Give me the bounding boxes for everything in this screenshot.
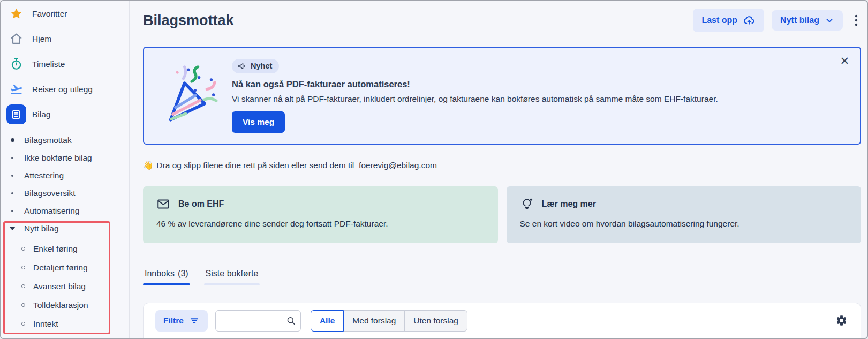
home-icon [5,32,27,46]
app-window: Favoritter Hjem Timeliste Reiser og utle… [0,0,868,339]
sidebar-item-label: Attestering [24,171,64,180]
circle-bullet-icon [21,247,25,251]
sidebar-item-favoritter[interactable]: Favoritter [1,1,129,26]
upload-button-label: Last opp [701,16,737,25]
filter-icon [189,315,200,326]
page-header: Bilagsmottak Last opp Nytt bilag [143,10,861,31]
tab-innboks[interactable]: Innboks(3) [143,269,190,285]
tab-label: Innboks [145,269,175,278]
settings-button[interactable] [834,310,849,331]
sidebar-item-nytt-bilag[interactable]: Nytt bilag [1,220,129,237]
active-tab-indicator [143,283,190,285]
gear-icon [835,314,848,327]
airplane-icon [5,82,27,96]
bullet-icon [10,138,15,142]
megaphone-icon [237,62,246,71]
sidebar-item-detaljert-foring[interactable]: Detaljert føring [1,258,129,277]
bullet-icon [10,192,15,194]
sidebar-item-inntekt[interactable]: Inntekt [1,314,129,333]
news-badge: Nyhet [232,59,279,73]
sidebar-item-ikke-bokforte-bilag[interactable]: Ikke bokførte bilag [1,149,129,167]
sidebar-item-label: Ikke bokførte bilag [24,153,92,163]
lightbulb-icon [520,197,534,211]
caret-down-icon [10,227,15,230]
circle-bullet-icon [21,266,25,269]
sidebar-item-bilagsoversikt[interactable]: Bilagsoversikt [1,184,129,202]
main-content: Bilagsmottak Last opp Nytt bilag [130,1,867,338]
nytt-bilag-submenu: Enkel føring Detaljert føring Avansert b… [1,239,129,333]
party-popper-icon [162,64,218,127]
sidebar-item-label: Nytt bilag [24,224,59,233]
sidebar-item-label: Inntekt [33,319,58,329]
drag-drop-hint: 👋 Dra og slipp filene dine rett på siden… [143,161,861,170]
sidebar-item-label: Tolldeklarasjon [33,300,88,310]
more-options-button[interactable] [851,12,861,29]
card-body: 46 % av leverandørene dine sender deg fo… [156,219,485,229]
upload-email-address: foerevig@ebilag.com [359,161,437,170]
circle-bullet-icon [21,322,25,326]
waving-hand-emoji: 👋 [143,161,153,170]
news-banner: Nyhet Nå kan også PDF-fakturaer automati… [143,47,861,145]
sidebar-item-hjem[interactable]: Hjem [1,26,129,51]
sidebar-item-tolldeklarasjon[interactable]: Tolldeklarasjon [1,296,129,314]
envelope-icon [156,197,170,211]
card-title: Lær meg mer [542,199,596,209]
sidebar-item-label: Automatisering [24,206,79,216]
sidebar-item-bilagsmottak[interactable]: Bilagsmottak [1,131,129,149]
sidebar: Favoritter Hjem Timeliste Reiser og utle… [1,1,130,338]
sidebar-item-label: Bilagsoversikt [24,189,76,198]
card-body: Se en kort video om hvordan bilagsautoma… [520,219,848,229]
cloud-upload-icon [743,14,756,27]
new-bilag-button-label: Nytt bilag [780,16,819,25]
sidebar-item-bilag[interactable]: Bilag [1,102,129,127]
info-cards: Be om EHF 46 % av leverandørene dine sen… [143,186,861,243]
header-actions: Last opp Nytt bilag [693,9,861,32]
tab-label: Siste bokførte [204,269,260,278]
bullet-icon [10,157,15,159]
circle-bullet-icon [21,284,25,288]
sidebar-item-attestering[interactable]: Attestering [1,167,129,184]
bullet-icon [10,210,15,212]
sidebar-item-label: Favoritter [32,9,67,19]
sidebar-item-reiser-og-utlegg[interactable]: Reiser og utlegg [1,77,129,102]
sidebar-item-label: Avansert bilag [33,282,86,291]
segment-alle[interactable]: Alle [311,310,344,332]
inactive-tab-indicator [204,283,260,285]
filter-button[interactable]: Filtre [155,310,208,332]
chevron-down-icon [825,16,834,25]
tab-count-badge: (3) [178,269,188,278]
segment-med-forslag[interactable]: Med forslag [343,310,405,332]
be-om-ehf-card[interactable]: Be om EHF 46 % av leverandørene dine sen… [143,186,498,243]
banner-heading: Nå kan også PDF-fakturaer automatiseres! [232,79,410,89]
search-input[interactable] [215,310,301,332]
sidebar-item-label: Timeliste [32,59,65,69]
tab-siste-bokforte[interactable]: Siste bokførte [204,269,260,285]
receipt-icon [6,104,26,124]
page-title: Bilagsmottak [143,12,234,29]
segment-uten-forslag[interactable]: Uten forslag [404,310,467,332]
new-bilag-button[interactable]: Nytt bilag [772,10,843,31]
bilag-submenu: Bilagsmottak Ikke bokførte bilag Atteste… [1,131,129,237]
sidebar-item-avansert-bilag[interactable]: Avansert bilag [1,277,129,296]
tab-bar: Innboks(3) Siste bokførte [143,269,861,285]
card-title: Be om EHF [178,199,224,209]
sidebar-item-timeliste[interactable]: Timeliste [1,51,129,77]
sidebar-item-label: Reiser og utlegg [32,85,93,94]
sidebar-item-label: Bilagsmottak [24,135,72,145]
upload-button[interactable]: Last opp [693,9,764,32]
sidebar-item-enkel-foring[interactable]: Enkel føring [1,239,129,258]
sidebar-item-automatisering[interactable]: Automatisering [1,202,129,220]
bullet-icon [10,175,15,177]
news-badge-label: Nyhet [251,62,272,70]
sidebar-item-label: Detaljert føring [33,263,88,273]
banner-body: Vi skanner nå alt på PDF-fakturaer, inkl… [232,94,718,104]
star-icon [5,7,27,20]
drag-drop-text: Dra og slipp filene dine rett på siden e… [156,161,354,170]
close-icon[interactable]: ✕ [837,53,851,69]
show-me-button[interactable]: Vis meg [232,111,285,133]
laer-meg-mer-card[interactable]: Lær meg mer Se en kort video om hvordan … [507,186,862,243]
suggestion-filter-segmented-control: Alle Med forslag Uten forslag [311,310,467,332]
sidebar-item-label: Bilag [32,110,50,119]
sidebar-item-label: Enkel føring [33,244,78,254]
circle-bullet-icon [21,303,25,307]
